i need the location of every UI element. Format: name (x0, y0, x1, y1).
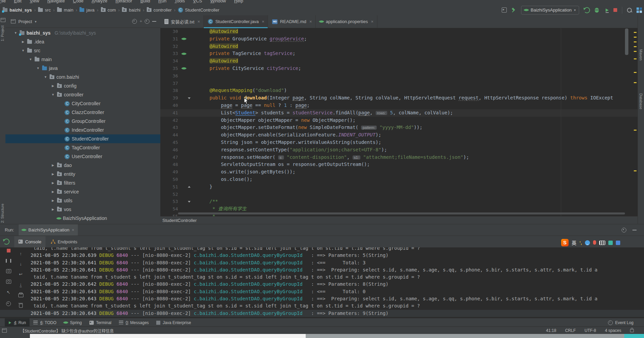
toolwindow-button-spring[interactable]: Spring (60, 318, 86, 327)
run-button[interactable] (584, 7, 590, 13)
caret-position[interactable]: 41:18 (546, 328, 556, 333)
editor-tab[interactable]: README.md× (268, 15, 316, 28)
tree-row-.idea[interactable]: ▶.idea (5, 37, 160, 46)
tree-row-controller[interactable]: ▼controller (5, 90, 160, 99)
toolwindow-button-terminal[interactable]: Terminal (86, 318, 115, 327)
tab-console[interactable]: Console (14, 236, 46, 247)
menu-item-vcs[interactable]: VCS (189, 0, 206, 3)
tree-row-java[interactable]: ▼java (5, 64, 160, 73)
run-session-tab[interactable]: BaizhiSysApplication × (19, 224, 77, 236)
breadcrumb-item[interactable]: java (79, 7, 94, 13)
ime-punctuation-icon[interactable]: ʼ, (579, 240, 582, 245)
fold-up-icon[interactable] (187, 183, 192, 191)
chevron-collapsed-icon[interactable]: ▶ (51, 208, 55, 211)
tool-stripe-structure[interactable]: 2: Structure (0, 204, 4, 223)
toolwindow-button-0-messages[interactable]: 0: Messages (115, 318, 153, 327)
tree-row-studentcontroller[interactable]: StudentController (5, 134, 160, 143)
fold-down-icon[interactable] (187, 94, 192, 102)
chevron-collapsed-icon[interactable]: ▶ (51, 172, 55, 176)
spring-bean-gutter-icon[interactable] (181, 35, 187, 43)
vertical-scrollbar[interactable] (625, 29, 628, 55)
breadcrumb-item[interactable]: com (101, 7, 116, 13)
chevron-down-icon[interactable]: ▾ (35, 20, 36, 23)
tree-row-vos[interactable]: ▶vos (5, 205, 160, 214)
tree-row-entity[interactable]: ▶entity (5, 170, 160, 179)
close-icon[interactable]: × (309, 19, 312, 24)
event-log-button[interactable]: Event Log (604, 318, 637, 327)
tree-row-utils[interactable]: ▶utils (5, 196, 160, 205)
tree-row-usercontroller[interactable]: UserController (5, 152, 160, 161)
horizontal-scrollbar[interactable] (178, 212, 625, 214)
thread-dump-icon[interactable] (6, 269, 11, 273)
tool-stripe-project[interactable]: 1: Project (0, 25, 4, 41)
stop-button[interactable] (613, 8, 617, 12)
chevron-collapsed-icon[interactable]: ▶ (51, 190, 55, 193)
tool-stripe-maven[interactable]: Maven (639, 49, 643, 60)
tree-row-tagcontroller[interactable]: TagController (5, 143, 160, 152)
run-configuration-select[interactable]: BaizhiSysApplication ▾ (521, 6, 579, 15)
restore-layout-icon[interactable]: ↖ (7, 290, 11, 295)
heap-dump-icon[interactable] (6, 280, 11, 284)
search-everywhere-icon[interactable] (627, 8, 632, 13)
breadcrumb-item[interactable]: baizhi (122, 7, 140, 13)
breadcrumb-item[interactable]: controller (147, 7, 172, 13)
readonly-lock-icon[interactable] (630, 329, 634, 332)
hide-run-panel-icon[interactable] (632, 230, 637, 230)
close-icon[interactable]: × (72, 227, 74, 232)
breadcrumb-item[interactable]: main (57, 7, 73, 13)
ime-emoji-icon[interactable] (585, 240, 590, 245)
menu-item-build[interactable]: Build (136, 0, 154, 3)
close-icon[interactable]: × (197, 19, 200, 24)
tree-row-service[interactable]: ▶service (5, 187, 160, 196)
chevron-expanded-icon[interactable]: ▼ (51, 93, 55, 96)
editor-breadcrumb[interactable]: StudentController (160, 216, 644, 224)
project-stripe-icon[interactable] (1, 18, 5, 22)
menu-item-edit[interactable]: Edit (10, 0, 25, 3)
editor-tab[interactable]: application.properties× (316, 15, 377, 28)
chevron-expanded-icon[interactable]: ▼ (36, 67, 40, 70)
print-icon[interactable] (18, 294, 23, 297)
tree-row-baizhisysapplication[interactable]: BaizhiSysApplication (5, 214, 160, 223)
hide-panel-icon[interactable] (152, 21, 156, 22)
chevron-expanded-icon[interactable]: ▼ (29, 58, 33, 61)
menu-item-code[interactable]: Code (69, 0, 88, 3)
tree-row-config[interactable]: ▶config (5, 81, 160, 90)
run-anything-icon[interactable] (502, 7, 507, 13)
spring-bean-gutter-icon[interactable] (181, 65, 187, 72)
menu-item-window[interactable]: Window (206, 0, 230, 3)
stop-process-icon[interactable] (7, 249, 11, 252)
ime-language-indicator[interactable]: 英 (572, 239, 576, 246)
tool-window-switcher-icon[interactable] (2, 328, 7, 333)
line-ending-indicator[interactable]: CRLF (565, 328, 576, 333)
menu-item-tools[interactable]: Tools (171, 0, 189, 3)
ime-keyboard-icon[interactable] (599, 241, 605, 245)
clear-all-icon[interactable] (19, 304, 23, 308)
ime-mic-icon[interactable] (593, 240, 596, 245)
sogou-logo-icon[interactable]: S (561, 239, 569, 246)
menu-item-view[interactable]: View (25, 0, 43, 3)
tree-row-dao[interactable]: ▶dao (5, 161, 160, 170)
spring-bean-gutter-icon[interactable] (181, 50, 187, 57)
project-settings-gear-icon[interactable] (145, 19, 149, 24)
tree-row-src[interactable]: ▼src (5, 46, 160, 55)
toolwindow-button-4-run[interactable]: 4: Run (5, 318, 30, 327)
encoding-indicator[interactable]: UTF-8 (585, 328, 596, 333)
locate-file-icon[interactable] (132, 19, 137, 24)
breadcrumb-item[interactable]: StudentController (178, 7, 219, 13)
console-output[interactable]: taid, t.name taname from t_student s lef… (0, 247, 644, 318)
chevron-collapsed-icon[interactable]: ▶ (51, 164, 55, 167)
down-stack-trace-icon[interactable]: ↓ (20, 262, 22, 266)
tree-row-clazzcontroller[interactable]: ClazzController (5, 108, 160, 117)
rerun-button[interactable] (3, 239, 10, 245)
toolwindow-button-java-enterprise[interactable]: Java Enterprise (153, 318, 195, 327)
menu-item-refactor[interactable]: Refactor (111, 0, 136, 3)
tree-row-com.baizhi[interactable]: ▼com.baizhi (5, 73, 160, 81)
chevron-collapsed-icon[interactable]: ▶ (51, 181, 55, 185)
breadcrumb-item[interactable]: src (38, 7, 51, 13)
chevron-collapsed-icon[interactable]: ▶ (51, 84, 55, 88)
project-panel-title[interactable]: Project (18, 19, 32, 24)
tree-row-main[interactable]: ▼main (5, 55, 160, 64)
up-stack-trace-icon[interactable]: ↑ (20, 251, 22, 256)
code-editor[interactable]: 30 @Autowired31 private GroupService gro… (160, 28, 644, 216)
toolwindow-button-6-todo[interactable]: 6: TODO (30, 318, 60, 327)
